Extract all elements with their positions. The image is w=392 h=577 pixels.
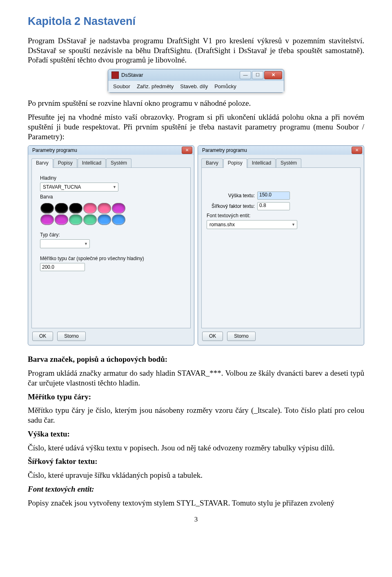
window-controls xyxy=(240,71,282,79)
color-swatch[interactable] xyxy=(98,203,111,214)
tab-intellicad[interactable]: Intellicad xyxy=(247,158,276,168)
close-button[interactable] xyxy=(264,71,282,79)
hladiny-label: Hladiny xyxy=(40,175,185,181)
parametry-dialog-barvy: Parametry programu Barvy Popisy Intellic… xyxy=(28,145,194,345)
dialog-close-button[interactable] xyxy=(352,147,362,154)
minimize-button[interactable] xyxy=(240,71,251,79)
vyska-textu-label: Výška textu: xyxy=(210,193,255,199)
menu-soubor[interactable]: Soubor xyxy=(113,83,130,90)
meritko-label: Měřítko typu čar (společné pro všechny h… xyxy=(40,256,185,262)
chevron-down-icon: ▼ xyxy=(84,242,88,246)
color-swatch[interactable] xyxy=(40,214,54,225)
tabs-row: Barvy Popisy Intellicad Systém xyxy=(198,155,364,167)
meritko-input[interactable]: 200.0 xyxy=(40,263,85,271)
color-swatch[interactable] xyxy=(112,203,125,214)
ok-button[interactable]: OK xyxy=(32,332,53,341)
dialog-buttons: OK Storno xyxy=(28,328,194,345)
section-para-font: Popisy značek jsou vytvořeny textovým st… xyxy=(28,498,364,508)
hladiny-value: STAVAR_TUCNA xyxy=(43,184,81,190)
menu-bar: Soubor Zařiz. předměty Staveb. díly Pomů… xyxy=(108,81,284,92)
section-heading-barva: Barva značek, popisů a úchopových bodů: xyxy=(28,354,364,364)
dialog-buttons: OK Storno xyxy=(198,328,364,345)
section-para-barva: Program ukládá značky armatur do sady hl… xyxy=(28,368,364,388)
typ-cary-label: Typ čáry: xyxy=(40,232,185,238)
dialog-close-button[interactable] xyxy=(182,147,192,154)
section-para-meritko: Měřítko typu čáry je číslo, kterým jsou … xyxy=(28,405,364,425)
color-swatch[interactable] xyxy=(112,214,125,225)
section-heading-sirkovy: Šířkový faktor textu: xyxy=(28,457,364,466)
dialogs-row: Parametry programu Barvy Popisy Intellic… xyxy=(28,145,364,345)
barva-label: Barva xyxy=(40,194,185,200)
font-entit-label: Font textových entit: xyxy=(207,213,355,219)
color-swatch[interactable] xyxy=(55,203,68,214)
intro-paragraph-1: Program DsStavař je nadstavba programu D… xyxy=(28,36,364,65)
ok-button[interactable]: OK xyxy=(202,332,223,341)
storno-button[interactable]: Storno xyxy=(57,332,85,341)
window-titlebar[interactable]: DsStavar xyxy=(108,69,284,81)
menu-staveb-dily[interactable]: Staveb. díly xyxy=(180,83,208,90)
tab-system[interactable]: Systém xyxy=(276,158,301,168)
tab-system[interactable]: Systém xyxy=(106,158,131,168)
tab-body-popisy: Výška textu: 150.0 Šířkový faktor textu:… xyxy=(201,167,361,328)
sirkovy-faktor-value: 0.8 xyxy=(259,203,266,208)
app-icon xyxy=(111,71,119,79)
parametry-dialog-popisy: Parametry programu Barvy Popisy Intellic… xyxy=(198,145,364,345)
section-heading-font: Font textových entit: xyxy=(28,484,364,494)
paragraph-3: Přesuňte jej na vhodné místo vaší obrazo… xyxy=(28,112,364,141)
vyska-textu-input[interactable]: 150.0 xyxy=(257,192,290,200)
section-heading-vyska: Výška textu: xyxy=(28,429,364,439)
color-swatch[interactable] xyxy=(83,203,97,214)
color-swatches xyxy=(40,203,126,225)
paragraph-2: Po prvním spuštění se rozvine hlavní okn… xyxy=(28,98,364,108)
color-swatch[interactable] xyxy=(55,214,68,225)
section-para-sirkovy: Číslo, které upravuje šířku vkládaných p… xyxy=(28,470,364,480)
storno-button[interactable]: Storno xyxy=(227,332,255,341)
dialog-title: Parametry programu xyxy=(202,147,352,154)
tab-intellicad[interactable]: Intellicad xyxy=(78,158,106,168)
chapter-heading: Kapitola 2 Nastavení xyxy=(28,15,364,29)
maximize-button[interactable] xyxy=(252,71,263,79)
tab-body-barvy: Hladiny STAVAR_TUCNA ▼ Barva xyxy=(31,167,191,328)
tab-popisy[interactable]: Popisy xyxy=(223,158,247,168)
dialog-title: Parametry programu xyxy=(32,147,182,154)
color-swatch[interactable] xyxy=(69,214,82,225)
window-title: DsStavar xyxy=(121,72,240,78)
menu-zariz-predmety[interactable]: Zařiz. předměty xyxy=(137,83,174,90)
tab-barvy[interactable]: Barvy xyxy=(201,158,223,168)
sirkovy-faktor-input[interactable]: 0.8 xyxy=(257,202,290,210)
tabs-row: Barvy Popisy Intellicad Systém xyxy=(28,155,194,167)
chevron-down-icon: ▼ xyxy=(292,223,295,227)
meritko-value: 200.0 xyxy=(42,264,54,270)
color-swatch[interactable] xyxy=(40,203,54,214)
menu-pomucky[interactable]: Pomůcky xyxy=(214,83,236,90)
page-number: 3 xyxy=(28,515,364,524)
vyska-textu-value: 150.0 xyxy=(259,192,272,198)
color-swatch[interactable] xyxy=(83,214,97,225)
sirkovy-faktor-label: Šířkový faktor textu: xyxy=(210,203,255,209)
dialog-titlebar[interactable]: Parametry programu xyxy=(198,146,364,155)
dsstavar-window: DsStavar Soubor Zařiz. předměty Staveb. … xyxy=(108,69,284,93)
section-para-vyska: Číslo, které udává výšku textu v popisec… xyxy=(28,443,364,453)
tab-popisy[interactable]: Popisy xyxy=(53,158,77,168)
tab-barvy[interactable]: Barvy xyxy=(31,158,53,168)
hladiny-combo[interactable]: STAVAR_TUCNA ▼ xyxy=(40,183,118,192)
section-heading-meritko: Měřítko typu čáry: xyxy=(28,392,364,402)
typ-cary-combo[interactable]: ▼ xyxy=(40,239,90,248)
font-entit-value: romans.shx xyxy=(209,222,235,228)
color-swatch[interactable] xyxy=(98,214,111,225)
color-swatch[interactable] xyxy=(69,203,82,214)
chevron-down-icon: ▼ xyxy=(113,185,116,189)
dialog-titlebar[interactable]: Parametry programu xyxy=(28,146,194,155)
font-entit-combo[interactable]: romans.shx ▼ xyxy=(207,220,297,229)
